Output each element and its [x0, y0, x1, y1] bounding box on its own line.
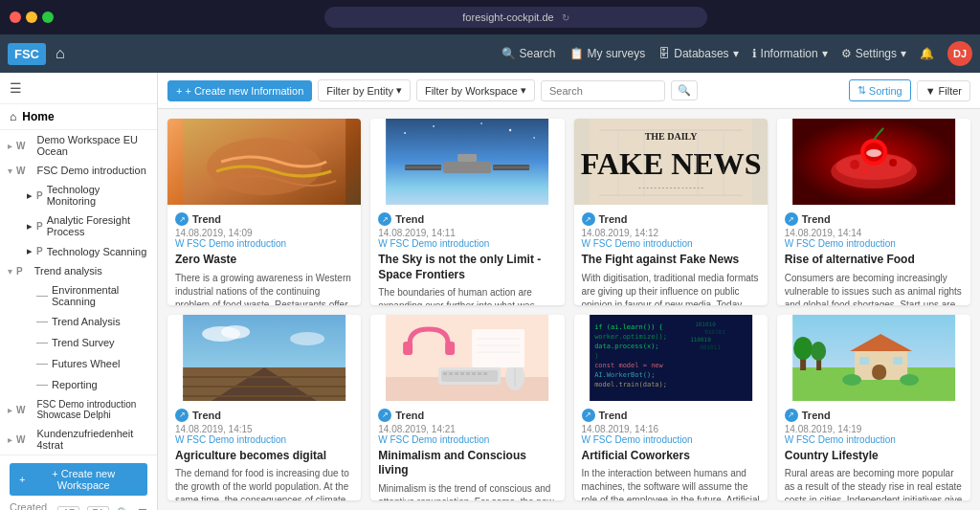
card-date-6: 14.08.2019, 14:21: [378, 424, 556, 434]
card-workspace-1: W FSC Demo introduction: [175, 238, 353, 249]
sidebar: ☰ ⌂ Home ▸ W Demo Workspace EU Ocean ▾ W…: [0, 73, 158, 510]
card-desc-2: The boundaries of human action are expan…: [378, 286, 556, 304]
list-view-button[interactable]: ☰: [138, 507, 147, 511]
card-image-country: [777, 315, 970, 401]
settings-button[interactable]: ⚙ Settings ▾: [841, 47, 906, 60]
sidebar-item-analytic[interactable]: ▸ P Analytic Foresight Process: [0, 211, 157, 241]
search-input[interactable]: [541, 80, 665, 101]
card-agriculture[interactable]: ↗ Trend 14.08.2019, 14:15 W FSC Demo int…: [167, 315, 361, 501]
card-date-4: 14.08.2019, 14:14: [785, 228, 963, 238]
page-icon: P: [36, 190, 43, 201]
sidebar-item-label: Analytic Foresight Process: [47, 214, 149, 237]
sidebar-item-trend-analysis-sub[interactable]: — Trend Analysis: [0, 311, 157, 332]
url-text: foresight-cockpit.de: [462, 11, 553, 23]
my-surveys-button[interactable]: 📋 My surveys: [569, 47, 646, 60]
chevron-right-icon-2: ▸: [8, 405, 12, 415]
card-body-country: ↗ Trend 14.08.2019, 14:19 W FSC Demo int…: [777, 401, 970, 501]
sidebar-item-reporting[interactable]: — Reporting: [0, 374, 157, 395]
svg-point-41: [290, 332, 324, 345]
svg-rect-56: [403, 342, 412, 355]
card-title-5: Agriculture becomes digital: [175, 449, 353, 464]
expand-icon-2: ▸: [27, 189, 33, 202]
svg-rect-45: [441, 370, 498, 382]
card-body-minimalism: ↗ Trend 14.08.2019, 14:21 W FSC Demo int…: [370, 401, 564, 501]
svg-rect-47: [449, 372, 453, 375]
sidebar-menu-icon[interactable]: ☰: [10, 80, 22, 96]
svg-point-10: [433, 125, 434, 127]
page-dash-icon-3: —: [36, 336, 48, 349]
information-label: Information: [761, 47, 818, 60]
workspace-w-icon-4: W: [16, 434, 25, 445]
minimize-button[interactable]: [26, 11, 37, 23]
card-body-sky: ↗ Trend 14.08.2019, 14:11 W FSC Demo int…: [370, 205, 564, 305]
home-sidebar-icon: ⌂: [10, 110, 16, 123]
card-date-5: 14.08.2019, 14:15: [175, 424, 353, 434]
notifications-button[interactable]: 🔔: [920, 47, 934, 60]
card-country[interactable]: ↗ Trend 14.08.2019, 14:19 W FSC Demo int…: [777, 315, 970, 501]
sidebar-item-showcase-delphi[interactable]: ▸ W FSC Demo introduction Showcase Delph…: [0, 395, 157, 424]
search-button[interactable]: 🔍: [671, 80, 698, 100]
settings-chevron-icon: ▾: [901, 47, 906, 60]
sidebar-item-kunden[interactable]: ▸ W Kundenzufriedenheit 4strat: [0, 424, 157, 455]
sorting-button[interactable]: ⇅ Sorting: [849, 79, 911, 101]
close-button[interactable]: [10, 11, 21, 23]
sidebar-item-trend-survey[interactable]: — Trend Survey: [0, 332, 157, 353]
page-dash-icon-5: —: [36, 378, 48, 391]
card-sky[interactable]: ↗ Trend 14.08.2019, 14:11 W FSC Demo int…: [370, 119, 564, 305]
create-workspace-button[interactable]: + + Create new Workspace: [10, 463, 147, 496]
sidebar-item-trend-analysis[interactable]: ▾ P Trend analysis: [0, 261, 157, 280]
card-ai-coworkers[interactable]: if (ai.learn()) { worker.optimize(); dat…: [574, 315, 768, 501]
svg-point-40: [221, 325, 250, 339]
card-date-1: 14.08.2019, 14:09: [175, 228, 353, 238]
page-icon-2: P: [36, 221, 43, 232]
maximize-button[interactable]: [42, 11, 54, 23]
sidebar-item-fsc-demo[interactable]: ▾ W FSC Demo introduction: [0, 161, 157, 180]
trend-icon-8: ↗: [785, 409, 798, 422]
create-label: + Create new Information: [185, 85, 303, 97]
card-desc-3: With digitisation, traditional media for…: [582, 272, 760, 305]
svg-point-31: [889, 159, 897, 166]
create-information-button[interactable]: + + Create new Information: [167, 80, 312, 101]
created-at-label: Created at: [10, 501, 50, 510]
avatar[interactable]: DJ: [947, 41, 972, 66]
settings-icon: ⚙: [841, 47, 852, 60]
information-button[interactable]: ℹ Information ▾: [752, 47, 828, 60]
filter-workspace-button[interactable]: Filter by Workspace ▾: [416, 79, 535, 101]
sidebar-item-futures-wheel[interactable]: — Futures Wheel: [0, 353, 157, 374]
svg-point-29: [866, 149, 881, 157]
databases-chevron-icon: ▾: [733, 47, 739, 60]
url-bar[interactable]: foresight-cockpit.de ↻: [324, 7, 707, 28]
card-title-8: Country Lifestyle: [785, 449, 963, 464]
sidebar-bottom-tools: Created at AZ ZA 🔍 ☰: [10, 496, 147, 510]
card-date-8: 14.08.2019, 14:19: [785, 424, 963, 434]
databases-button[interactable]: 🗄 Databases ▾: [658, 47, 738, 60]
filter-button[interactable]: ▼ Filter: [917, 80, 970, 101]
trend-icon-5: ↗: [175, 409, 189, 422]
card-minimalism[interactable]: ↗ Trend 14.08.2019, 14:21 W FSC Demo int…: [370, 315, 564, 501]
sidebar-item-tech-scanning[interactable]: ▸ P Technology Scanning: [0, 241, 157, 261]
home-nav-icon[interactable]: ⌂: [56, 45, 65, 62]
databases-icon: 🗄: [658, 47, 670, 60]
refresh-icon[interactable]: ↻: [562, 12, 569, 23]
zoom-button[interactable]: 🔍: [117, 507, 130, 511]
card-desc-4: Consumers are becoming increasingly vuln…: [785, 272, 963, 305]
card-type-4: Trend: [802, 213, 831, 225]
za-sort-button[interactable]: ZA: [87, 506, 109, 511]
sidebar-item-tech-monitoring[interactable]: ▸ P Technology Monitoring: [0, 180, 157, 211]
svg-rect-53: [483, 372, 487, 375]
filter-entity-button[interactable]: Filter by Entity ▾: [318, 79, 411, 101]
toolbar: + + Create new Information Filter by Ent…: [158, 73, 980, 109]
card-zero-waste[interactable]: ↗ Trend 14.08.2019, 14:09 W FSC Demo int…: [167, 119, 361, 305]
card-type-5: Trend: [192, 410, 221, 421]
card-alt-food[interactable]: ↗ Trend 14.08.2019, 14:14 W FSC Demo int…: [777, 119, 970, 305]
sorting-icon: ⇅: [858, 84, 866, 97]
search-nav-button[interactable]: 🔍 Search: [501, 47, 556, 60]
az-sort-button[interactable]: AZ: [57, 506, 79, 511]
sidebar-item-label: Trend Analysis: [52, 316, 121, 327]
sidebar-item-workspace-ocean[interactable]: ▸ W Demo Workspace EU Ocean: [0, 130, 157, 161]
sidebar-home-item[interactable]: ⌂ Home: [0, 104, 157, 130]
sidebar-item-env-scanning[interactable]: — Environmental Scanning: [0, 280, 157, 311]
svg-point-86: [842, 374, 861, 386]
trend-icon-4: ↗: [785, 212, 798, 226]
card-fake-news[interactable]: THE DAILY FAKE NEWS - - - - - - - - - - …: [574, 119, 768, 305]
